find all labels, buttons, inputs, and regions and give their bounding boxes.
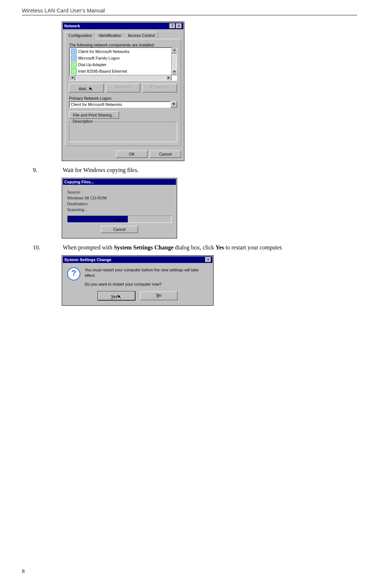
- scroll-up-icon[interactable]: ▲: [172, 47, 177, 53]
- scroll-right-icon[interactable]: ►: [166, 75, 172, 81]
- step-9-number: 9.: [47, 166, 61, 175]
- ssc-message-line2: Do you want to restart your computer now…: [85, 282, 208, 287]
- client-icon: [71, 55, 77, 61]
- tab-access-control[interactable]: Access Control: [125, 32, 158, 39]
- network-dialog: Network ? x Configuration Identification…: [62, 22, 184, 161]
- components-listbox[interactable]: Client for Microsoft Networks Microsoft …: [69, 47, 177, 81]
- scrollbar-vertical[interactable]: ▲ ▼: [171, 47, 177, 75]
- list-item-label: Client for Microsoft Networks: [78, 49, 130, 54]
- cancel-copy-button[interactable]: Cancel: [101, 226, 138, 233]
- adapter-icon: [71, 62, 77, 68]
- add-button[interactable]: Add...: [69, 84, 104, 92]
- step-9: 9. Wait for Windows copying files.: [22, 166, 357, 175]
- source-value: Windows 98 CD-ROM: [67, 196, 172, 200]
- installed-components-label: The following network components are ins…: [69, 43, 177, 47]
- tab-identification[interactable]: Identification: [95, 32, 125, 39]
- doc-header: Wireless LAN Card User's Manual: [22, 7, 357, 15]
- list-item-label: Intel 82595-Based Ethernet: [78, 69, 127, 73]
- step-10-number: 10.: [47, 243, 61, 252]
- step-10-text-post: to restart your computer.: [224, 244, 283, 251]
- svg-marker-1: [117, 294, 122, 299]
- scroll-down-icon[interactable]: ▼: [172, 69, 177, 75]
- network-tabs: Configuration Identification Access Cont…: [65, 31, 181, 39]
- step-10-text-pre: When prompted with: [63, 244, 114, 251]
- ssc-titlebar[interactable]: System Settings Change x: [63, 256, 213, 263]
- yes-button-rest: es: [113, 294, 118, 299]
- primary-logon-combo[interactable]: Client for Microsoft Networks ▼: [69, 101, 177, 108]
- description-group: Description: [69, 122, 177, 142]
- page-number: 8: [22, 568, 357, 574]
- close-icon[interactable]: x: [176, 23, 182, 28]
- no-button[interactable]: No: [140, 291, 177, 300]
- list-item[interactable]: Microsoft Family Logon: [70, 55, 176, 61]
- destination-value: Scanning...: [67, 207, 172, 212]
- list-item[interactable]: Client for Microsoft Networks: [70, 48, 176, 55]
- step-10: 10. When prompted with System Settings C…: [22, 243, 357, 252]
- cursor-icon: [117, 294, 122, 300]
- adapter-icon: [71, 68, 77, 74]
- step-10-bold2: Yes: [215, 244, 224, 251]
- no-button-rest: o: [159, 293, 161, 297]
- list-item[interactable]: Dial-Up Adapter: [70, 61, 176, 68]
- chevron-down-icon[interactable]: ▼: [171, 101, 177, 108]
- list-item-label: Microsoft Family Logon: [78, 56, 120, 60]
- scroll-left-icon[interactable]: ◄: [69, 75, 75, 81]
- copying-title: Copying Files...: [64, 180, 94, 184]
- scrollbar-horizontal[interactable]: ◄ ►: [69, 75, 172, 80]
- copying-files-dialog: Copying Files... Source: Windows 98 CD-R…: [62, 178, 177, 238]
- list-item[interactable]: Intel 82595-Based Ethernet: [70, 68, 176, 75]
- source-label: Source:: [67, 190, 172, 194]
- system-settings-change-dialog: System Settings Change x ? You must rest…: [62, 256, 213, 305]
- copying-titlebar[interactable]: Copying Files...: [63, 179, 176, 185]
- network-titlebar[interactable]: Network ? x: [63, 23, 183, 29]
- cursor-icon: [89, 86, 94, 92]
- ssc-title: System Settings Change: [64, 257, 111, 262]
- file-print-sharing-button[interactable]: File and Print Sharing...: [69, 111, 119, 119]
- properties-button: Properties: [142, 84, 177, 92]
- progress-percent: 58%: [67, 218, 172, 222]
- client-icon: [71, 49, 77, 54]
- description-label: Description: [72, 119, 94, 123]
- remove-button: Remove: [106, 84, 141, 92]
- step-10-bold1: System Settings Change: [114, 244, 174, 251]
- question-icon: ?: [67, 267, 80, 280]
- primary-logon-label: Primary Network Logon:: [69, 96, 177, 100]
- destination-label: Destination:: [67, 202, 172, 206]
- primary-logon-value: Client for Microsoft Networks: [69, 101, 171, 108]
- close-icon[interactable]: x: [205, 257, 211, 262]
- svg-marker-0: [89, 86, 93, 91]
- list-item-label: Dial-Up Adapter: [78, 62, 107, 67]
- network-title: Network: [64, 24, 80, 28]
- ok-button[interactable]: OK: [116, 150, 148, 158]
- tab-configuration[interactable]: Configuration: [65, 32, 95, 39]
- add-button-label: Add...: [79, 87, 89, 91]
- step-9-text: Wait for Windows copying files.: [63, 167, 139, 173]
- yes-button[interactable]: Yes: [98, 291, 135, 300]
- help-icon[interactable]: ?: [169, 23, 175, 28]
- step-10-text-mid: dialog box, click: [173, 244, 215, 251]
- ssc-message-line1: You must restart your computer before th…: [85, 267, 208, 279]
- cancel-button[interactable]: Cancel: [150, 150, 181, 158]
